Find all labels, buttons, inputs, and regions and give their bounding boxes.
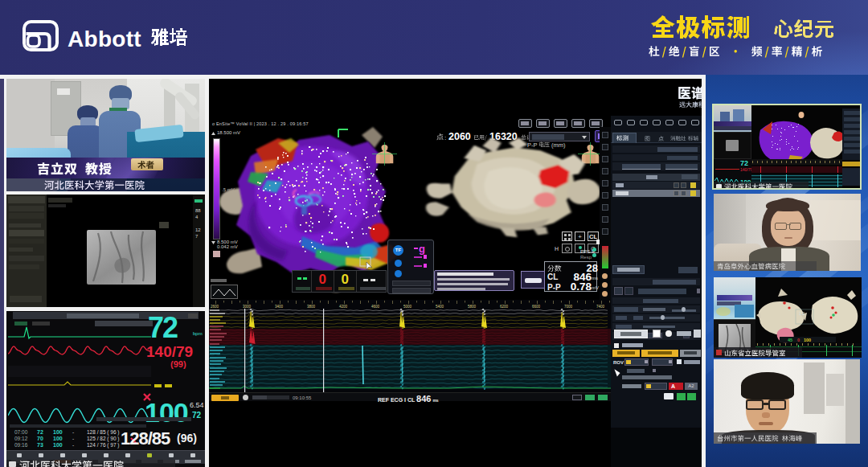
svg-text:45: 45 [788, 338, 792, 342]
svg-text:100: 100 [804, 338, 811, 342]
svg-text:1.2: 1.2 [799, 311, 805, 316]
svg-text:0: 0 [797, 338, 800, 342]
